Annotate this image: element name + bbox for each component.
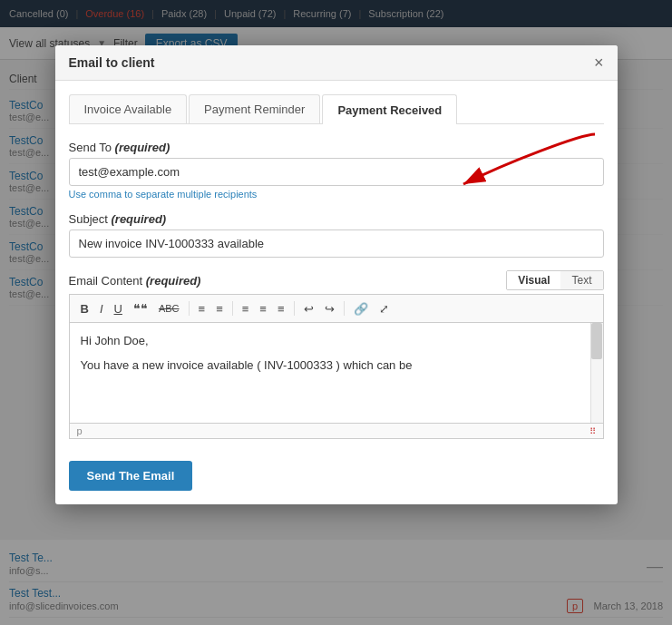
toolbar-abc[interactable]: ABC: [155, 301, 183, 316]
toolbar-blockquote[interactable]: ❝❝: [130, 299, 151, 317]
editor-label-row: Email Content (required) Visual Text: [69, 270, 604, 290]
subject-label: Subject (required): [69, 212, 604, 226]
modal-tabs: Invoice Available Payment Reminder Payme…: [69, 94, 604, 124]
toolbar-italic[interactable]: I: [96, 300, 107, 317]
toolbar-fullscreen[interactable]: ⤢: [375, 300, 393, 317]
modal-body: Invoice Available Payment Reminder Payme…: [55, 81, 618, 504]
editor-content-wrapper: Hi John Doe, You have a new invoice avai…: [69, 322, 604, 424]
modal-header: Email to client ×: [55, 45, 618, 81]
send-email-button[interactable]: Send The Email: [69, 461, 193, 491]
editor-status-bar: p ⠿: [69, 424, 604, 439]
content-label: Email Content (required): [69, 274, 201, 288]
editor-visual-btn[interactable]: Visual: [507, 271, 560, 289]
modal-overlay: Email to client × Invoice Available Paym…: [0, 0, 672, 625]
email-content-group: Email Content (required) Visual Text B I…: [69, 270, 604, 439]
modal-close-button[interactable]: ×: [594, 54, 604, 71]
toolbar-ul[interactable]: ≡: [195, 300, 209, 317]
editor-toggle: Visual Text: [506, 270, 603, 290]
tab-payment-received[interactable]: Payment Received: [322, 94, 457, 124]
editor-content-area[interactable]: Hi John Doe, You have a new invoice avai…: [70, 323, 603, 423]
toolbar-align-right[interactable]: ≡: [274, 300, 288, 317]
editor-scrollbar[interactable]: [590, 323, 603, 423]
editor-line1: Hi John Doe,: [81, 334, 592, 347]
toolbar-sep2: [232, 301, 233, 316]
editor-toolbar: B I U ❝❝ ABC ≡ ≡ ≡ ≡ ≡ ↩ ↪ 🔗: [69, 294, 604, 322]
toolbar-sep4: [344, 301, 345, 316]
toolbar-link[interactable]: 🔗: [350, 300, 372, 317]
send-to-input[interactable]: [69, 158, 604, 186]
editor-text-btn[interactable]: Text: [560, 271, 602, 289]
send-to-hint: Use comma to separate multiple recipient…: [69, 189, 604, 200]
editor-line2: You have a new invoice available ( INV-1…: [81, 358, 592, 372]
send-to-label: Send To (required): [69, 141, 604, 154]
subject-group: Subject (required): [69, 212, 604, 258]
subject-input[interactable]: [69, 229, 604, 258]
modal-title: Email to client: [69, 55, 155, 70]
tab-payment-reminder[interactable]: Payment Reminder: [189, 94, 320, 123]
send-to-group: Send To (required) Use comma to separate…: [69, 141, 604, 200]
tab-invoice-available[interactable]: Invoice Available: [69, 94, 188, 123]
toolbar-underline[interactable]: U: [111, 300, 126, 317]
toolbar-align-center[interactable]: ≡: [256, 300, 270, 317]
editor-status-text: p: [77, 425, 83, 436]
toolbar-undo[interactable]: ↩: [300, 300, 317, 317]
toolbar-ol[interactable]: ≡: [212, 300, 227, 317]
editor-resize-handle[interactable]: ⠿: [589, 426, 596, 436]
editor-scroll-thumb: [591, 323, 602, 359]
toolbar-sep1: [189, 301, 190, 316]
toolbar-sep3: [294, 301, 295, 316]
toolbar-redo[interactable]: ↪: [321, 300, 338, 317]
toolbar-align-left[interactable]: ≡: [239, 300, 253, 317]
modal: Email to client × Invoice Available Paym…: [55, 45, 618, 504]
toolbar-bold[interactable]: B: [77, 300, 93, 317]
